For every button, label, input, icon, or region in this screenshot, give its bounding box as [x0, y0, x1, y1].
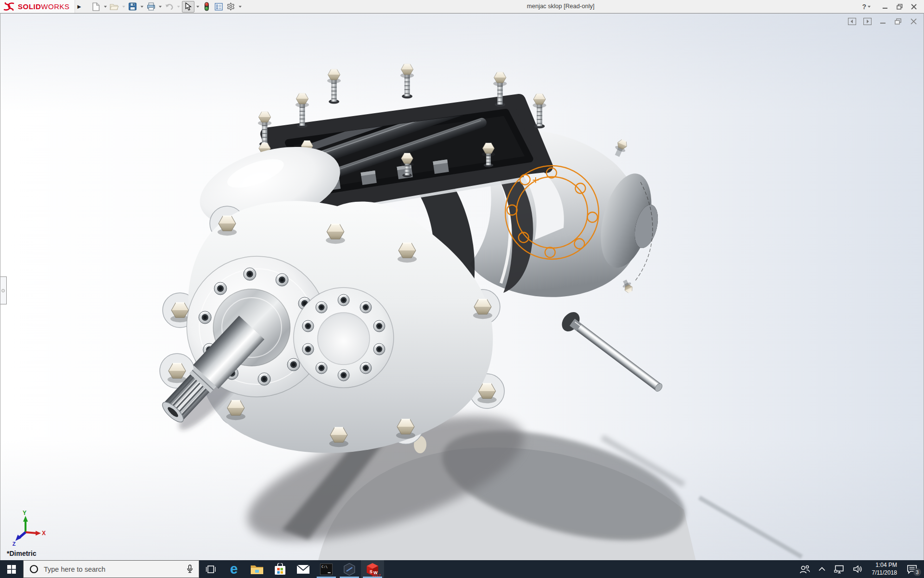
cover-bearing-flange[interactable]: [294, 288, 394, 388]
ds-logo-icon: [3, 2, 15, 12]
help-button[interactable]: ?: [862, 3, 866, 11]
print-icon: [146, 2, 156, 12]
volume-button[interactable]: [849, 560, 867, 578]
file-properties-icon: [214, 2, 224, 12]
triad-x-label: X: [42, 530, 46, 537]
taskbar-app-mail[interactable]: [292, 560, 315, 578]
doc-close-button[interactable]: [908, 17, 919, 26]
taskbar-search-input[interactable]: Type here to search: [23, 560, 199, 578]
feature-tree-collapsed-tab[interactable]: [0, 276, 7, 304]
close-button[interactable]: [908, 1, 920, 12]
print-button[interactable]: [145, 1, 157, 13]
doc-restore-button[interactable]: [893, 17, 903, 26]
undo-dropdown[interactable]: [177, 6, 180, 8]
titlebar: SOLIDWORKS ▶: [0, 0, 924, 13]
cmd-label: C:\: [321, 565, 328, 569]
mail-icon: [296, 565, 310, 574]
taskbar-app-hexagon[interactable]: [338, 560, 361, 578]
start-button[interactable]: [0, 560, 23, 578]
print-dropdown[interactable]: [159, 6, 162, 8]
open-button[interactable]: [109, 1, 120, 13]
tab-dot-icon: [1, 289, 5, 292]
undo-icon: [165, 2, 174, 12]
taskbar-app-edge[interactable]: e: [222, 560, 245, 578]
hidden-icons-button[interactable]: [814, 560, 830, 578]
triad-y-label: Y: [23, 510, 26, 516]
cortana-icon: [29, 565, 38, 574]
new-document-button[interactable]: [90, 1, 102, 13]
triad-z-label: Z: [13, 541, 16, 547]
select-dropdown[interactable]: [196, 6, 199, 8]
options-dropdown[interactable]: [239, 6, 242, 8]
command-prompt-icon: C:\: [320, 564, 333, 575]
rebuild-button[interactable]: [201, 1, 213, 13]
select-button[interactable]: [182, 1, 194, 13]
select-cursor-icon: [183, 2, 193, 12]
open-dropdown[interactable]: [122, 6, 125, 8]
toolbar-flyout-arrow[interactable]: ▶: [75, 0, 84, 13]
file-properties-button[interactable]: [213, 1, 225, 13]
window-controls: ?: [862, 0, 920, 13]
view-orientation-label: *Dimetric: [7, 550, 36, 557]
expand-right-pane-button[interactable]: [862, 17, 873, 26]
document-title: menjac sklop [Read-only]: [527, 3, 594, 10]
undo-button[interactable]: [164, 1, 175, 13]
minimize-button[interactable]: [879, 1, 891, 12]
task-view-icon: [206, 565, 216, 574]
notification-badge: 3: [913, 568, 921, 576]
hexagon-app-icon: [343, 563, 356, 576]
rebuild-traffic-light-icon: [202, 2, 212, 12]
clock-date: 7/11/2018: [872, 569, 898, 577]
document-window-controls: [847, 17, 919, 26]
save-dropdown[interactable]: [141, 6, 143, 8]
file-explorer-icon: [250, 564, 264, 575]
taskbar-app-solidworks[interactable]: S W 2017: [361, 560, 384, 578]
solidworks-logo: SOLIDWORKS: [0, 0, 75, 13]
solidworks-wordmark: SOLIDWORKS: [18, 2, 70, 11]
ethernet-icon: [834, 565, 845, 574]
options-button[interactable]: [225, 1, 237, 13]
taskbar-app-file-explorer[interactable]: [245, 560, 269, 578]
collapse-left-pane-button[interactable]: [847, 17, 857, 26]
network-button[interactable]: [830, 560, 849, 578]
open-folder-icon: [110, 2, 119, 12]
save-button[interactable]: [127, 1, 139, 13]
chevron-up-icon: [819, 567, 825, 571]
people-button[interactable]: [795, 560, 814, 578]
new-document-icon: [91, 2, 101, 12]
windows-logo-icon: [7, 565, 16, 574]
taskbar-app-command-prompt[interactable]: C:\: [315, 560, 338, 578]
task-view-button[interactable]: [199, 560, 222, 578]
windows-taskbar: Type here to search e: [0, 560, 924, 578]
speaker-icon: [853, 565, 863, 573]
wordmark-solid: SOLID: [18, 2, 41, 11]
reference-triad: Y X Z: [7, 509, 46, 547]
wordmark-works: WORKS: [41, 2, 69, 11]
new-document-dropdown[interactable]: [104, 6, 107, 8]
search-placeholder-text: Type here to search: [44, 565, 181, 573]
edge-icon: e: [230, 562, 238, 576]
options-gear-icon: [226, 2, 236, 12]
save-icon: [128, 2, 138, 12]
help-dropdown[interactable]: [868, 6, 871, 8]
clock-time: 1:04 PM: [875, 562, 897, 569]
doc-minimize-button[interactable]: [877, 17, 888, 26]
system-tray: 1:04 PM 7/11/2018 3: [795, 560, 924, 578]
taskbar-app-store[interactable]: [269, 560, 292, 578]
gearbox-3d-model[interactable]: [0, 13, 924, 560]
restore-button[interactable]: [893, 1, 906, 12]
taskbar-clock[interactable]: 1:04 PM 7/11/2018: [867, 560, 902, 578]
graphics-viewport[interactable]: *Dimetric Y X Z: [0, 13, 924, 560]
solidworks-2017-icon: S W 2017: [365, 562, 380, 577]
people-icon: [799, 565, 810, 574]
microsoft-store-icon: [274, 563, 286, 576]
action-center-button[interactable]: 3: [902, 560, 924, 578]
microphone-icon[interactable]: [187, 565, 193, 574]
